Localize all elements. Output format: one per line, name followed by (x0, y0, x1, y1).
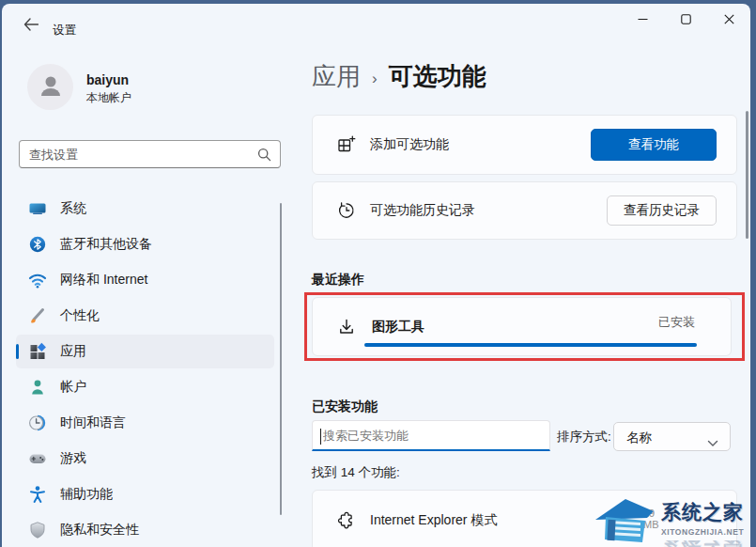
privacy-shield-icon (28, 521, 47, 539)
user-name: baiyun (86, 72, 129, 87)
sidebar-item-accounts[interactable]: 帐户 (16, 370, 274, 404)
installed-search-input[interactable] (321, 423, 545, 448)
gaming-icon (28, 449, 47, 468)
history-icon (336, 200, 357, 221)
sidebar-item-time-language[interactable]: 时间和语言 (16, 406, 274, 440)
sidebar-item-label: 网络和 Internet (60, 272, 147, 289)
sidebar-item-apps[interactable]: 应用 (16, 335, 274, 368)
back-button[interactable] (15, 14, 47, 39)
accessibility-icon (28, 485, 47, 504)
breadcrumb: 应用 › 可选功能 (312, 60, 486, 93)
watermark-domain: XITONGZHIJIA.NET (661, 527, 744, 537)
apps-icon (28, 342, 47, 361)
installed-features-heading: 已安装功能 (312, 399, 378, 415)
add-feature-icon (336, 134, 357, 155)
sidebar-item-personalization[interactable]: 个性化 (16, 299, 274, 333)
main-content: 应用 › 可选功能 添加可选功能 查看功能 可选功能历史记录 查看历史记录 最近… (312, 4, 737, 547)
sidebar-item-label: 系统 (60, 200, 86, 217)
sidebar-item-accessibility[interactable]: 辅助功能 (16, 477, 274, 511)
settings-window: 设置 baiyun 本地帐户 (2, 4, 750, 547)
desktop-background: 设置 baiyun 本地帐户 (0, 0, 756, 547)
recent-feature-status: 已安装 (658, 314, 695, 331)
sidebar-item-gaming[interactable]: 游戏 (16, 442, 274, 476)
sidebar-item-label: 帐户 (60, 379, 86, 396)
sidebar-item-label: 辅助功能 (60, 486, 113, 503)
history-label: 可选功能历史记录 (370, 202, 475, 219)
sort-selected-value: 名称 (626, 430, 652, 446)
sidebar-item-system[interactable]: 系统 (16, 192, 274, 226)
watermark-site-name: 系统之家 (661, 499, 744, 525)
watermark-reflection: 系统之家 (661, 540, 744, 547)
sort-by-label: 排序方式: (557, 429, 611, 445)
search-icon (257, 148, 271, 165)
settings-search-box[interactable] (19, 140, 281, 168)
system-icon (28, 199, 47, 218)
download-icon (336, 317, 357, 337)
sidebar-item-privacy-security[interactable]: 隐私和安全性 (16, 513, 274, 547)
feature-name: Internet Explorer 模式 (370, 512, 497, 529)
user-account-type: 本地帐户 (86, 90, 131, 106)
sidebar-item-label: 游戏 (60, 450, 86, 467)
settings-search-input[interactable] (29, 142, 245, 166)
view-features-button[interactable]: 查看功能 (591, 129, 717, 161)
recent-feature-card[interactable]: 图形工具 已安装 (312, 297, 732, 356)
optional-feature-history-card: 可选功能历史记录 查看历史记录 (312, 181, 737, 240)
recent-feature-name: 图形工具 (372, 319, 424, 336)
recent-actions-heading: 最近操作 (312, 272, 364, 289)
window-title: 设置 (53, 23, 76, 39)
sidebar-item-network-internet[interactable]: 网络和 Internet (16, 263, 274, 297)
sidebar-item-label: 蓝牙和其他设备 (60, 236, 152, 253)
back-arrow-icon (23, 18, 39, 35)
sidebar-item-label: 隐私和安全性 (60, 522, 139, 539)
main-scrollbar[interactable] (746, 111, 748, 239)
time-language-icon (28, 414, 47, 432)
feature-count-text: 找到 14 个功能: (312, 464, 400, 481)
sidebar-item-label: 个性化 (60, 307, 100, 324)
network-icon (28, 271, 47, 289)
add-feature-label: 添加可选功能 (370, 136, 449, 153)
watermark: 系统之家 XITONGZHIJIA.NET 系统之家 (594, 492, 750, 547)
watermark-text: 系统之家 XITONGZHIJIA.NET (661, 499, 744, 537)
breadcrumb-separator-icon: › (372, 70, 378, 88)
sidebar-item-bluetooth-devices[interactable]: 蓝牙和其他设备 (16, 227, 274, 261)
puzzle-icon (336, 510, 357, 531)
sort-dropdown[interactable]: 名称 (613, 422, 731, 451)
accounts-icon (28, 378, 47, 397)
page-title: 可选功能 (389, 60, 486, 93)
sidebar-nav: 系统 蓝牙和其他设备 网络和 Internet 个性化 应用 (8, 190, 280, 547)
watermark-house-icon (594, 497, 656, 547)
view-history-button[interactable]: 查看历史记录 (607, 195, 717, 226)
person-icon (37, 71, 65, 103)
install-progress-bar (364, 343, 697, 347)
breadcrumb-parent[interactable]: 应用 (312, 60, 361, 93)
install-progress-fill (364, 343, 697, 347)
sidebar-scrollbar[interactable] (280, 203, 282, 515)
add-optional-feature-card: 添加可选功能 查看功能 (312, 115, 737, 175)
avatar[interactable] (27, 64, 73, 110)
installed-search-box[interactable] (312, 420, 550, 451)
sidebar-item-label: 时间和语言 (60, 414, 126, 431)
sidebar-item-label: 应用 (60, 343, 86, 360)
bluetooth-icon (28, 235, 47, 254)
chevron-down-icon (707, 434, 718, 451)
personalization-icon (28, 306, 47, 325)
